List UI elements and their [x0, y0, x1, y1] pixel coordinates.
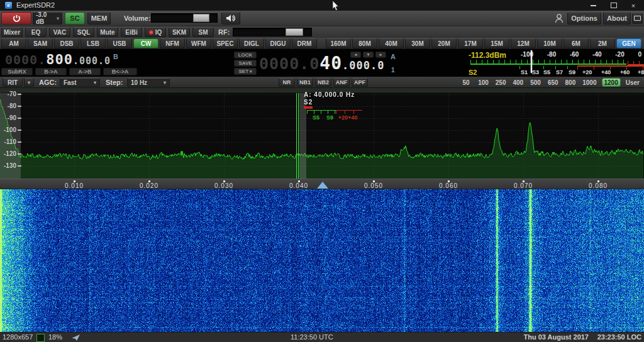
mode-button-sam[interactable]: SAM	[28, 38, 53, 48]
mode-button-usb[interactable]: USB	[107, 38, 132, 48]
band-button-10m[interactable]: 10M	[537, 38, 562, 48]
mode-button-cw[interactable]: CW	[133, 38, 158, 48]
vfo-a-label: A	[391, 53, 396, 60]
mode-button-spec[interactable]: SPEC	[213, 38, 238, 48]
zoom-button-800[interactable]: 800	[564, 78, 578, 87]
feature-button-mixer[interactable]: Mixer	[1, 27, 23, 37]
mute-speaker-button[interactable]	[221, 12, 240, 25]
frequency-axis[interactable]: 0.0100.0200.0300.0400.0500.0600.0700.080	[0, 179, 644, 189]
feature-button-iq[interactable]: IQ	[145, 27, 166, 37]
band-button-gen[interactable]: GEN	[616, 38, 641, 48]
mode-button-usb-label: USB	[113, 40, 126, 47]
band-button-17m[interactable]: 17M	[458, 38, 483, 48]
zoom-button-user[interactable]: User	[624, 78, 641, 87]
step-dropdown[interactable]: 10 Hz▾	[127, 78, 170, 87]
dsp-button-nr[interactable]: NR	[279, 78, 295, 87]
zoom-button-400[interactable]: 400	[511, 78, 526, 87]
feature-button-vac[interactable]: VAC	[49, 27, 70, 37]
minimize-button[interactable]	[584, 0, 602, 11]
display-toggle-button[interactable]	[632, 13, 643, 24]
band-pointer-icon[interactable]	[317, 182, 328, 189]
feature-button-sql[interactable]: SQL	[73, 27, 94, 37]
maximize-button[interactable]	[604, 0, 623, 11]
s-meter: -112.3dBm -100-80-60-40-200 S2 S1S3S5S7S…	[467, 49, 644, 77]
options-button[interactable]: Options	[567, 12, 601, 25]
preamp-dropdown[interactable]: -3.0 dB▾	[33, 12, 62, 25]
zoom-button-650[interactable]: 650	[546, 78, 560, 87]
power-button[interactable]	[1, 12, 31, 25]
iq-record-dot	[149, 30, 153, 35]
mode-button-drm[interactable]: DRM	[292, 38, 317, 48]
mem-button[interactable]: MEM	[87, 12, 111, 25]
volume-slider[interactable]	[151, 13, 218, 23]
a-to-b-button[interactable]: A->B	[69, 68, 101, 75]
agc-dropdown[interactable]: Fast▾	[60, 78, 100, 87]
db-tick	[18, 165, 21, 167]
save-button[interactable]: SAVE	[234, 60, 257, 67]
vfo-b-tail-digits: .000.0	[73, 55, 111, 67]
zoom-button-1000-label: 1000	[582, 79, 596, 86]
rf-gain-slider-handle[interactable]	[286, 28, 303, 36]
dsp-button-apf[interactable]: APF	[352, 78, 368, 87]
about-button[interactable]: About	[603, 12, 631, 25]
band-button-160m[interactable]: 160M	[326, 38, 351, 48]
vfo-b-display[interactable]: 0000.800.000.0	[5, 52, 111, 67]
mode-button-nfm[interactable]: NFM	[160, 38, 185, 48]
feature-button-skm[interactable]: SKM	[169, 27, 190, 37]
dsp-button-anf[interactable]: ANF	[333, 78, 350, 87]
subrx-button[interactable]: SubRX	[1, 68, 33, 75]
tune-right-button[interactable]: ▸	[375, 52, 386, 58]
band-button-2m[interactable]: 2M	[590, 38, 615, 48]
zoom-button-250[interactable]: 250	[494, 78, 508, 87]
profile-icon[interactable]	[555, 13, 564, 23]
rf-gain-slider[interactable]	[233, 28, 312, 36]
freq-label-0050: 0.050	[364, 182, 383, 189]
zoom-button-1000[interactable]: 1000	[580, 78, 598, 87]
zoom-button-100[interactable]: 100	[476, 78, 491, 87]
plus-label-80: +80	[638, 69, 644, 75]
zoom-button-500[interactable]: 500	[528, 78, 543, 87]
zoom-button-1200[interactable]: 1200	[602, 78, 621, 87]
close-button[interactable]: ×	[624, 0, 643, 11]
mode-button-lsb[interactable]: LSB	[80, 38, 106, 48]
zoom-button-50[interactable]: 50	[459, 78, 473, 87]
mode-button-am[interactable]: AM	[1, 38, 26, 48]
zoom-button-400-label: 400	[513, 79, 524, 86]
tune-down-button[interactable]: ▾	[363, 52, 374, 58]
b-to-a-button[interactable]: B->A	[35, 68, 67, 75]
rit-dropdown[interactable]: ▾	[24, 78, 34, 87]
band-button-12m[interactable]: 12M	[511, 38, 536, 48]
mini-meter-s5-label: S5	[313, 114, 319, 121]
sc-button[interactable]: SC	[65, 12, 85, 25]
freq-label-0070: 0.070	[514, 182, 533, 189]
spectrum-display[interactable]	[0, 88, 644, 179]
dsp-button-nb1[interactable]: NB1	[297, 78, 313, 87]
mode-button-digl[interactable]: DIGL	[239, 38, 264, 48]
band-button-30m[interactable]: 30M	[405, 38, 430, 48]
mode-button-digu[interactable]: DIGU	[265, 38, 291, 48]
band-button-17m-label: 17M	[464, 40, 476, 47]
title-bar[interactable]: e ExpertSDR2 ×	[0, 0, 644, 11]
band-button-80m[interactable]: 80M	[352, 38, 377, 48]
band-button-40m[interactable]: 40M	[379, 38, 404, 48]
feature-button-eibi[interactable]: EiBi	[121, 27, 142, 37]
rit-button[interactable]: RIT	[3, 78, 23, 87]
set-dropdown[interactable]: SET▾	[234, 68, 257, 75]
feature-button-mute[interactable]: Mute	[97, 27, 118, 37]
dsp-button-nb2[interactable]: NB2	[315, 78, 331, 87]
band-button-20m[interactable]: 20M	[431, 38, 457, 48]
band-button-6m[interactable]: 6M	[564, 38, 589, 48]
mode-button-dsb[interactable]: DSB	[54, 38, 79, 48]
mode-button-wfm[interactable]: WFM	[186, 38, 211, 48]
band-button-15m[interactable]: 15M	[484, 38, 509, 48]
waterfall-display[interactable]	[0, 189, 644, 332]
feature-button-sm[interactable]: SM	[192, 27, 214, 37]
mini-meter-green-ticks	[307, 111, 336, 114]
tune-left-button[interactable]: ◂	[350, 52, 361, 58]
lock-button[interactable]: LOCK	[234, 52, 257, 58]
date-display: Thu 03 August 2017	[523, 333, 589, 341]
feature-button-eq[interactable]: EQ	[25, 27, 47, 37]
mode-button-digu-label: DIGU	[270, 40, 286, 47]
vfo-swap-button[interactable]: B<->A	[103, 68, 137, 75]
volume-slider-handle[interactable]	[193, 14, 209, 22]
